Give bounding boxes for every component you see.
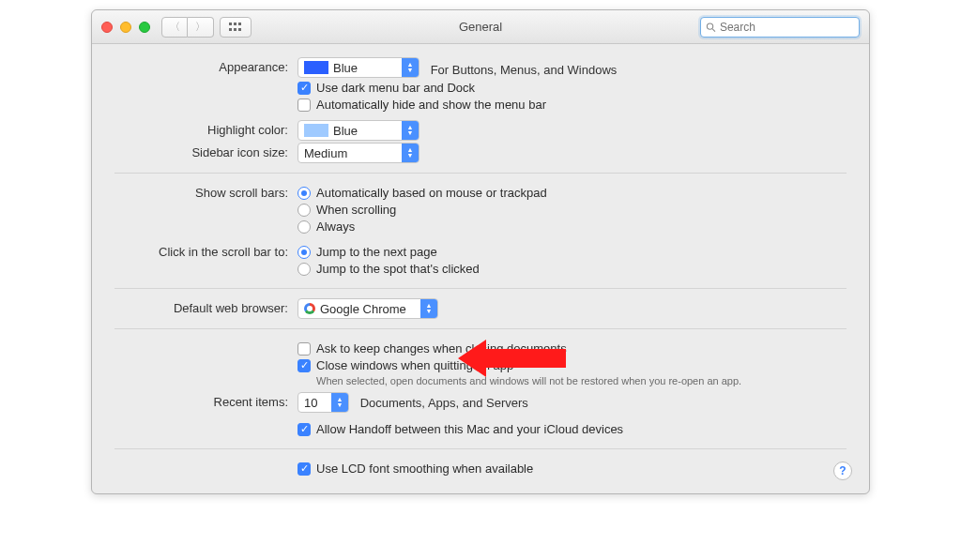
lcd-smoothing-checkbox[interactable]: ✓	[297, 462, 311, 476]
separator	[114, 173, 847, 174]
svg-rect-5	[238, 28, 241, 31]
sidebar-icon-label: Sidebar icon size:	[114, 143, 297, 159]
search-input[interactable]	[720, 21, 854, 34]
handoff-checkbox[interactable]: ✓	[297, 423, 311, 436]
help-button[interactable]: ?	[833, 462, 852, 480]
scroll-auto-radio[interactable]	[297, 187, 311, 200]
recent-items-label: Recent items:	[114, 392, 297, 409]
separator	[114, 328, 847, 329]
sidebar-icon-value: Medium	[304, 146, 347, 160]
svg-point-6	[707, 23, 712, 28]
highlight-label: Highlight color:	[114, 120, 297, 137]
svg-line-7	[712, 28, 715, 31]
select-arrows-icon: ▲▼	[402, 121, 419, 140]
scroll-bars-label: Show scroll bars:	[114, 183, 297, 200]
scroll-always-radio[interactable]	[297, 220, 311, 234]
window-controls	[101, 22, 150, 33]
forward-button[interactable]: 〉	[188, 17, 214, 38]
back-button[interactable]: 〈	[161, 17, 188, 38]
svg-rect-4	[234, 28, 236, 31]
titlebar: 〈 〉 General	[92, 10, 869, 44]
chrome-icon	[304, 303, 315, 314]
scroll-scrolling-radio[interactable]	[297, 204, 311, 217]
search-icon	[706, 22, 716, 33]
ask-keep-label: Ask to keep changes when closing documen…	[316, 341, 567, 356]
highlight-value: Blue	[333, 124, 358, 138]
svg-rect-0	[229, 23, 232, 25]
close-windows-note: When selected, open documents and window…	[316, 375, 847, 386]
scroll-opt3: Always	[316, 219, 355, 234]
svg-rect-2	[238, 23, 241, 25]
content-area: Appearance: Blue ▲▼ For Buttons, Menus, …	[92, 44, 869, 493]
grid-icon	[229, 23, 242, 32]
separator	[114, 448, 847, 449]
default-browser-select[interactable]: Google Chrome ▲▼	[297, 298, 438, 319]
autohide-menu-label: Automatically hide and show the menu bar	[316, 98, 546, 112]
highlight-select[interactable]: Blue ▲▼	[297, 120, 419, 141]
scroll-opt1: Automatically based on mouse or trackpad	[316, 186, 547, 200]
recent-items-select[interactable]: 10 ▲▼	[297, 392, 349, 413]
close-window-button[interactable]	[101, 22, 113, 33]
handoff-label: Allow Handoff between this Mac and your …	[316, 422, 623, 436]
select-arrows-icon: ▲▼	[420, 299, 437, 318]
minimize-window-button[interactable]	[120, 22, 131, 33]
click-next-radio[interactable]	[297, 246, 311, 259]
ask-keep-checkbox[interactable]	[297, 342, 311, 356]
click-opt1: Jump to the next page	[316, 245, 437, 259]
search-field[interactable]	[700, 17, 860, 38]
appearance-hint: For Buttons, Menus, and Windows	[431, 63, 618, 77]
click-scroll-label: Click in the scroll bar to:	[114, 242, 297, 259]
svg-rect-1	[234, 23, 236, 25]
default-browser-label: Default web browser:	[114, 298, 297, 315]
select-arrows-icon: ▲▼	[402, 144, 419, 162]
autohide-menu-checkbox[interactable]	[297, 98, 311, 112]
nav-back-forward: 〈 〉	[161, 17, 214, 38]
separator	[114, 288, 847, 289]
appearance-value: Blue	[333, 61, 358, 75]
zoom-window-button[interactable]	[139, 22, 150, 33]
click-opt2: Jump to the spot that's clicked	[316, 262, 480, 276]
close-windows-checkbox[interactable]: ✓	[297, 359, 311, 372]
color-swatch-icon	[304, 61, 328, 74]
appearance-label: Appearance:	[114, 57, 297, 74]
color-swatch-icon	[304, 124, 328, 137]
close-windows-label: Close windows when quitting an app	[316, 358, 513, 372]
show-all-button[interactable]	[220, 17, 252, 38]
recent-items-value: 10	[304, 396, 317, 410]
dark-menu-checkbox[interactable]: ✓	[297, 82, 311, 95]
recent-items-suffix: Documents, Apps, and Servers	[360, 396, 528, 410]
default-browser-value: Google Chrome	[320, 302, 406, 316]
svg-rect-3	[229, 28, 232, 31]
sidebar-icon-select[interactable]: Medium ▲▼	[297, 143, 419, 163]
preferences-window: 〈 〉 General Appearance:	[91, 9, 870, 494]
click-spot-radio[interactable]	[297, 263, 311, 276]
select-arrows-icon: ▲▼	[402, 58, 419, 77]
scroll-opt2: When scrolling	[316, 203, 396, 217]
select-arrows-icon: ▲▼	[331, 393, 348, 412]
appearance-select[interactable]: Blue ▲▼	[297, 57, 419, 78]
lcd-smoothing-label: Use LCD font smoothing when available	[316, 462, 533, 476]
dark-menu-label: Use dark menu bar and Dock	[316, 81, 475, 95]
